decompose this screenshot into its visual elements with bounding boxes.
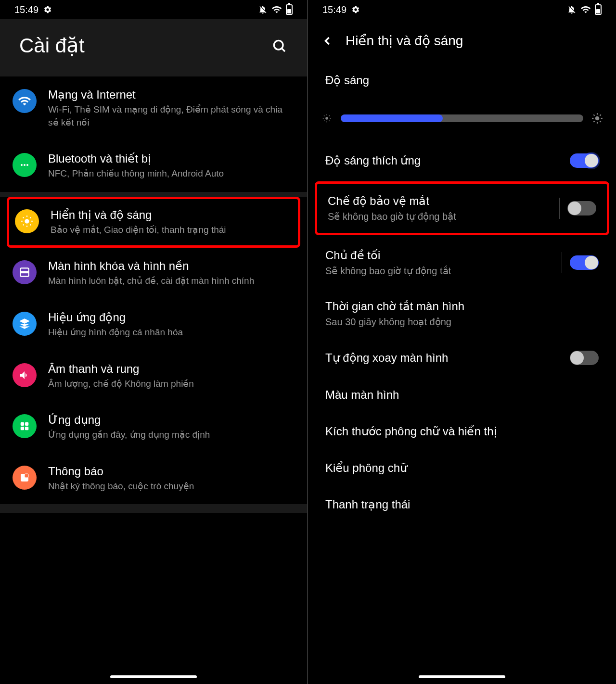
brightness-slider-row bbox=[308, 95, 616, 142]
battery-icon bbox=[595, 4, 602, 15]
gear-icon bbox=[43, 5, 52, 14]
svg-line-31 bbox=[600, 114, 601, 115]
setting-title: Màn hình khóa và hình nền bbox=[48, 259, 295, 273]
setting-subtitle: Bảo vệ mắt, Giao diện tối, thanh trạng t… bbox=[51, 224, 292, 237]
settings-screen: 15:49 Cài đặt M bbox=[0, 0, 308, 684]
divider bbox=[559, 198, 560, 219]
svg-rect-11 bbox=[25, 427, 28, 430]
setting-subtitle: Ứng dụng gần đây, ứng dụng mặc định bbox=[48, 429, 295, 442]
toggle-adaptive-brightness[interactable] bbox=[570, 153, 599, 168]
item-title: Màu màn hình bbox=[325, 388, 599, 402]
svg-line-22 bbox=[329, 115, 330, 116]
svg-point-5 bbox=[25, 219, 29, 223]
notification-off-icon bbox=[258, 5, 268, 14]
setting-title: Hiệu ứng động bbox=[48, 311, 295, 324]
brightness-section-label: Độ sáng bbox=[308, 62, 616, 95]
item-title: Kiểu phông chữ bbox=[325, 461, 599, 475]
page-title: Cài đặt bbox=[19, 34, 85, 57]
svg-rect-7 bbox=[20, 271, 28, 273]
setting-screen-timeout[interactable]: Thời gian chờ tắt màn hình Sau 30 giây k… bbox=[308, 288, 616, 339]
svg-point-14 bbox=[325, 117, 328, 120]
status-time: 15:49 bbox=[14, 4, 38, 15]
item-title: Chế độ bảo vệ mắt bbox=[328, 194, 552, 208]
item-subtitle: Sau 30 giây không hoạt động bbox=[325, 316, 599, 328]
detail-title: Hiển thị và độ sáng bbox=[346, 33, 463, 49]
volume-icon bbox=[13, 363, 37, 387]
item-title: Chủ đề tối bbox=[325, 249, 554, 262]
setting-subtitle: Âm lượng, chế độ Không làm phiền bbox=[48, 378, 295, 391]
setting-font-size[interactable]: Kích thước phông chữ và hiển thị bbox=[308, 413, 616, 450]
setting-network[interactable]: Mạng và Internet Wi-Fi, Thẻ SIM và mạng … bbox=[0, 76, 307, 140]
setting-lockscreen[interactable]: Màn hình khóa và hình nền Màn hình luôn … bbox=[0, 248, 307, 299]
notification-icon bbox=[13, 466, 37, 490]
toggle-eye-protection[interactable] bbox=[567, 201, 596, 215]
settings-header: Cài đặt bbox=[0, 19, 307, 76]
setting-adaptive-brightness[interactable]: Độ sáng thích ứng bbox=[308, 142, 616, 179]
status-bar: 15:49 bbox=[0, 0, 307, 19]
setting-bluetooth[interactable]: Bluetooth và thiết bị NFC, Phản chiếu th… bbox=[0, 140, 307, 192]
svg-point-3 bbox=[24, 164, 26, 166]
setting-subtitle: Hiệu ứng hình động cá nhân hóa bbox=[48, 326, 295, 339]
notification-off-icon bbox=[567, 5, 577, 14]
svg-line-30 bbox=[593, 121, 594, 122]
setting-subtitle: Nhật ký thông báo, cuộc trò chuyện bbox=[48, 480, 295, 493]
more-icon bbox=[13, 153, 37, 177]
wifi-icon bbox=[271, 4, 282, 15]
svg-line-20 bbox=[329, 121, 330, 121]
setting-font-style[interactable]: Kiểu phông chữ bbox=[308, 450, 616, 486]
gear-icon bbox=[351, 5, 360, 14]
brightness-low-icon bbox=[321, 112, 333, 125]
brightness-icon bbox=[15, 209, 39, 233]
setting-display[interactable]: Hiển thị và độ sáng Bảo vệ mắt, Giao diệ… bbox=[7, 197, 300, 248]
setting-notifications[interactable]: Thông báo Nhật ký thông báo, cuộc trò ch… bbox=[0, 453, 307, 505]
status-time: 15:49 bbox=[322, 4, 346, 15]
apps-icon bbox=[13, 414, 37, 438]
setting-eye-protection[interactable]: Chế độ bảo vệ mắt Sẽ không bao giờ tự độ… bbox=[317, 184, 607, 233]
setting-subtitle: Wi-Fi, Thẻ SIM và mạng di động, Điểm phá… bbox=[48, 103, 295, 129]
setting-title: Âm thanh và rung bbox=[48, 362, 295, 376]
display-settings-screen: 15:49 Hiển thị và độ sáng Độ sáng bbox=[308, 0, 616, 684]
item-title: Kích thước phông chữ và hiển thị bbox=[325, 425, 599, 438]
nav-bar[interactable] bbox=[419, 675, 505, 678]
setting-sound[interactable]: Âm thanh và rung Âm lượng, chế độ Không … bbox=[0, 351, 307, 402]
setting-dark-theme[interactable]: Chủ đề tối Sẽ không bao giờ tự động tắt bbox=[308, 237, 616, 288]
wifi-icon bbox=[580, 4, 591, 15]
svg-line-21 bbox=[324, 121, 324, 121]
setting-title: Thông báo bbox=[48, 465, 295, 478]
setting-subtitle: Màn hình luôn bật, chủ đề, cài đặt màn h… bbox=[48, 275, 295, 288]
detail-header: Hiển thị và độ sáng bbox=[308, 19, 616, 62]
setting-auto-rotate[interactable]: Tự động xoay màn hình bbox=[308, 339, 616, 377]
battery-icon bbox=[286, 4, 293, 15]
item-title: Thanh trạng thái bbox=[325, 498, 599, 511]
toggle-auto-rotate[interactable] bbox=[570, 351, 599, 365]
svg-point-2 bbox=[21, 164, 23, 166]
brightness-slider[interactable] bbox=[341, 114, 583, 122]
item-subtitle: Sẽ không bao giờ tự động bật bbox=[328, 211, 552, 222]
wallpaper-icon bbox=[13, 260, 37, 284]
svg-line-1 bbox=[282, 48, 285, 51]
setting-screen-color[interactable]: Màu màn hình bbox=[308, 377, 616, 413]
setting-apps[interactable]: Ứng dụng Ứng dụng gần đây, ứng dụng mặc … bbox=[0, 402, 307, 453]
svg-point-23 bbox=[595, 116, 600, 121]
svg-rect-10 bbox=[21, 427, 24, 430]
toggle-dark-theme[interactable] bbox=[570, 255, 599, 270]
item-title: Độ sáng thích ứng bbox=[325, 154, 570, 167]
brightness-high-icon bbox=[591, 112, 603, 125]
svg-rect-9 bbox=[25, 422, 28, 426]
nav-bar[interactable] bbox=[110, 675, 197, 678]
svg-point-0 bbox=[274, 40, 283, 50]
item-title: Tự động xoay màn hình bbox=[325, 351, 570, 365]
back-button[interactable] bbox=[321, 34, 334, 48]
highlight-eye-protection: Chế độ bảo vệ mắt Sẽ không bao giờ tự độ… bbox=[315, 181, 609, 235]
setting-status-bar[interactable]: Thanh trạng thái bbox=[308, 486, 616, 523]
divider bbox=[562, 252, 562, 273]
search-button[interactable] bbox=[270, 37, 288, 54]
setting-title: Bluetooth và thiết bị bbox=[48, 152, 295, 165]
svg-rect-8 bbox=[21, 422, 24, 426]
status-bar: 15:49 bbox=[308, 0, 616, 19]
setting-title: Mạng và Internet bbox=[48, 88, 295, 101]
wifi-icon bbox=[13, 89, 37, 113]
setting-title: Ứng dụng bbox=[48, 413, 295, 427]
setting-animation[interactable]: Hiệu ứng động Hiệu ứng hình động cá nhân… bbox=[0, 299, 307, 351]
layers-icon bbox=[13, 312, 37, 336]
